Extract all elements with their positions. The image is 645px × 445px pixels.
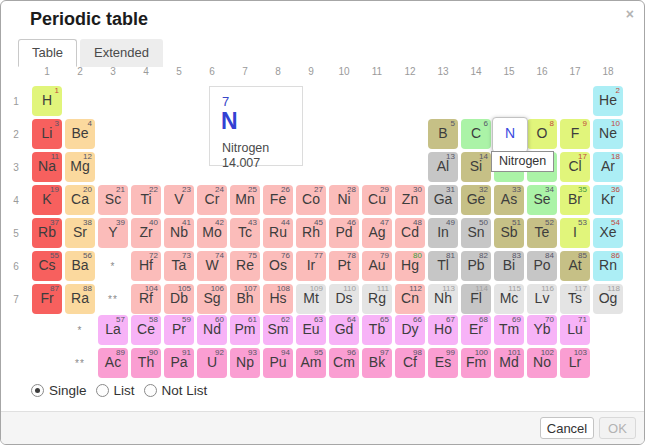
tab-table[interactable]: Table: [18, 39, 77, 67]
element-cell-cm[interactable]: 96Cm: [329, 348, 359, 378]
element-cell-po[interactable]: 84Po: [527, 251, 557, 281]
element-cell-ba[interactable]: 56Ba: [65, 251, 95, 281]
element-cell-rf[interactable]: 104Rf: [131, 284, 161, 314]
element-cell-ts[interactable]: 117Ts: [560, 284, 590, 314]
element-cell-n[interactable]: N: [492, 117, 528, 153]
element-cell-ni[interactable]: 28Ni: [329, 185, 359, 215]
element-cell-sb[interactable]: 51Sb: [494, 218, 524, 248]
element-cell-f[interactable]: 9F: [560, 119, 590, 149]
element-cell-ag[interactable]: 47Ag: [362, 218, 392, 248]
element-cell-ra[interactable]: 88Ra: [65, 284, 95, 314]
element-cell-bi[interactable]: 83Bi: [494, 251, 524, 281]
radio-not-list[interactable]: Not List: [144, 383, 208, 398]
element-cell-y[interactable]: 39Y: [98, 218, 128, 248]
element-cell-zr[interactable]: 40Zr: [131, 218, 161, 248]
element-cell-ti[interactable]: 22Ti: [131, 185, 161, 215]
element-cell-u[interactable]: 92U: [197, 348, 227, 378]
element-cell-o[interactable]: 8O: [527, 119, 557, 149]
element-cell-dy[interactable]: 66Dy: [395, 315, 425, 345]
element-cell-ru[interactable]: 44Ru: [263, 218, 293, 248]
element-cell-fm[interactable]: 100Fm: [461, 348, 491, 378]
element-cell-cf[interactable]: 98Cf: [395, 348, 425, 378]
element-cell-se[interactable]: 34Se: [527, 185, 557, 215]
element-cell-os[interactable]: 76Os: [263, 251, 293, 281]
element-cell-cn[interactable]: 112Cn: [395, 284, 425, 314]
element-cell-hs[interactable]: 108Hs: [263, 284, 293, 314]
element-cell-db[interactable]: 105Db: [164, 284, 194, 314]
element-cell-mt[interactable]: 109Mt: [296, 284, 326, 314]
element-cell-nh[interactable]: 113Nh: [428, 284, 458, 314]
element-cell-nd[interactable]: 60Nd: [197, 315, 227, 345]
element-cell-te[interactable]: 52Te: [527, 218, 557, 248]
element-cell-ne[interactable]: 10Ne: [593, 119, 623, 149]
element-cell-he[interactable]: 2He: [593, 86, 623, 116]
element-cell-cd[interactable]: 48Cd: [395, 218, 425, 248]
radio-list[interactable]: List: [96, 383, 135, 398]
element-cell-pt[interactable]: 78Pt: [329, 251, 359, 281]
element-cell-w[interactable]: 74W: [197, 251, 227, 281]
element-cell-pu[interactable]: 94Pu: [263, 348, 293, 378]
element-cell-pb[interactable]: 82Pb: [461, 251, 491, 281]
element-cell-nb[interactable]: 41Nb: [164, 218, 194, 248]
element-cell-cs[interactable]: 55Cs: [32, 251, 62, 281]
element-cell-sg[interactable]: 106Sg: [197, 284, 227, 314]
element-cell-rn[interactable]: 86Rn: [593, 251, 623, 281]
element-cell-fl[interactable]: 114Fl: [461, 284, 491, 314]
element-cell-tb[interactable]: 65Tb: [362, 315, 392, 345]
element-cell-am[interactable]: 95Am: [296, 348, 326, 378]
element-cell-kr[interactable]: 36Kr: [593, 185, 623, 215]
element-cell-v[interactable]: 23V: [164, 185, 194, 215]
radio-single[interactable]: Single: [31, 383, 87, 398]
element-cell-ca[interactable]: 20Ca: [65, 185, 95, 215]
element-cell-cl[interactable]: 17Cl: [560, 152, 590, 182]
element-cell-i[interactable]: 53I: [560, 218, 590, 248]
element-cell-ac[interactable]: 89Ac: [98, 348, 128, 378]
element-cell-sr[interactable]: 38Sr: [65, 218, 95, 248]
element-cell-hf[interactable]: 72Hf: [131, 251, 161, 281]
element-cell-co[interactable]: 27Co: [296, 185, 326, 215]
element-cell-lu[interactable]: 71Lu: [560, 315, 590, 345]
element-cell-k[interactable]: 19K: [32, 185, 62, 215]
element-cell-in[interactable]: 49In: [428, 218, 458, 248]
element-cell-lr[interactable]: 103Lr: [560, 348, 590, 378]
element-cell-sn[interactable]: 50Sn: [461, 218, 491, 248]
element-cell-mn[interactable]: 25Mn: [230, 185, 260, 215]
element-cell-og[interactable]: 118Og: [593, 284, 623, 314]
element-cell-mo[interactable]: 42Mo: [197, 218, 227, 248]
element-cell-pr[interactable]: 59Pr: [164, 315, 194, 345]
element-cell-ar[interactable]: 18Ar: [593, 152, 623, 182]
element-cell-tl[interactable]: 81Tl: [428, 251, 458, 281]
element-cell-be[interactable]: 4Be: [65, 119, 95, 149]
element-cell-yb[interactable]: 70Yb: [527, 315, 557, 345]
element-cell-bh[interactable]: 107Bh: [230, 284, 260, 314]
element-cell-sc[interactable]: 21Sc: [98, 185, 128, 215]
element-cell-at[interactable]: 85At: [560, 251, 590, 281]
element-cell-au[interactable]: 79Au: [362, 251, 392, 281]
element-cell-hg[interactable]: 80Hg: [395, 251, 425, 281]
element-cell-np[interactable]: 93Np: [230, 348, 260, 378]
tab-extended[interactable]: Extended: [80, 39, 163, 67]
element-cell-pd[interactable]: 46Pd: [329, 218, 359, 248]
element-cell-gd[interactable]: 64Gd: [329, 315, 359, 345]
element-cell-fe[interactable]: 26Fe: [263, 185, 293, 215]
element-cell-re[interactable]: 75Re: [230, 251, 260, 281]
element-cell-ga[interactable]: 31Ga: [428, 185, 458, 215]
element-cell-er[interactable]: 68Er: [461, 315, 491, 345]
element-cell-mg[interactable]: 12Mg: [65, 152, 95, 182]
element-cell-ho[interactable]: 67Ho: [428, 315, 458, 345]
element-cell-si[interactable]: 14Si: [461, 152, 491, 182]
element-cell-mc[interactable]: 115Mc: [494, 284, 524, 314]
element-cell-pa[interactable]: 91Pa: [164, 348, 194, 378]
element-cell-h[interactable]: 1H: [32, 86, 62, 116]
element-cell-pm[interactable]: 61Pm: [230, 315, 260, 345]
element-cell-ge[interactable]: 32Ge: [461, 185, 491, 215]
element-cell-li[interactable]: 3Li: [32, 119, 62, 149]
element-cell-ta[interactable]: 73Ta: [164, 251, 194, 281]
element-cell-ds[interactable]: 110Ds: [329, 284, 359, 314]
element-cell-ce[interactable]: 58Ce: [131, 315, 161, 345]
element-cell-cr[interactable]: 24Cr: [197, 185, 227, 215]
element-cell-cu[interactable]: 29Cu: [362, 185, 392, 215]
element-cell-rg[interactable]: 111Rg: [362, 284, 392, 314]
element-cell-no[interactable]: 102No: [527, 348, 557, 378]
element-cell-sm[interactable]: 62Sm: [263, 315, 293, 345]
